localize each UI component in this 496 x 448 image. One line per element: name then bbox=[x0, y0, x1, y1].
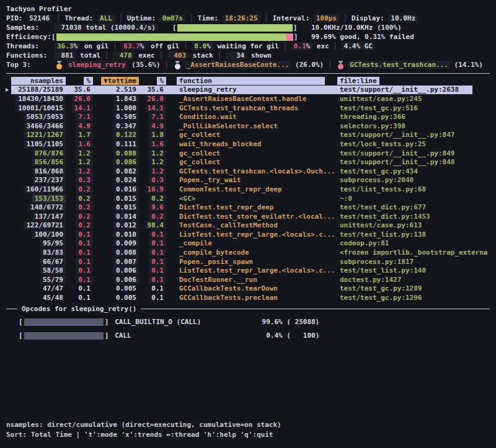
function-cell: GCCallbackTests.preclean bbox=[166, 294, 335, 302]
header-cumulative-percent[interactable]: % bbox=[139, 77, 166, 85]
direct-percent-cell: 35.6 bbox=[66, 86, 93, 94]
table-row[interactable]: 45/48 0.1 0.005 0.1 GCCallbackTests.prec… bbox=[11, 293, 496, 302]
cumulative-percent-cell: 0.1 bbox=[139, 231, 166, 239]
direct-percent-cell: 0.1 bbox=[66, 284, 93, 292]
table-row[interactable]: 148/6772 0.2 0.015 9.6 DictTest.test_rep… bbox=[11, 203, 496, 212]
table-row[interactable]: 10001/10015 14.1 1.000 14.1 GCTests.test… bbox=[11, 103, 496, 113]
table-row[interactable]: 153/153 0.2 0.015 0.2 <GC> ~:0 bbox=[11, 194, 496, 203]
nsamples-cell: 83/83 bbox=[11, 248, 66, 257]
table-row[interactable]: 100/100 0.1 0.010 0.1 ListTest.test_repr… bbox=[11, 230, 496, 239]
table-row[interactable]: 47/47 0.1 0.005 0.1 GCCallbackTests.tear… bbox=[11, 284, 496, 294]
table-row[interactable]: 18430/18430 26.0 1.843 26.0 _AssertRaise… bbox=[11, 94, 496, 103]
function-cell: gc_collect bbox=[166, 149, 335, 157]
nsamples-cell: 148/6772 bbox=[11, 203, 66, 211]
footer-keybindings: Sort: Total Time | 't':mode 'x':trends ↔… bbox=[6, 430, 496, 440]
header-file-line[interactable]: file:line bbox=[335, 77, 489, 85]
file-line-cell: test/test_gc.py:1296 bbox=[335, 294, 489, 302]
gc-value: 4.4% GC bbox=[342, 42, 375, 50]
cumulative-percent-cell: 4.9 bbox=[139, 122, 166, 130]
opcodes-section-header: Opcodes for sleeping_retry() bbox=[6, 304, 496, 314]
bracket-close: ] bbox=[105, 332, 109, 340]
table-row[interactable]: 1221/1267 1.7 0.122 1.8 gc_collect test/… bbox=[11, 131, 496, 140]
function-cell: <GC> bbox=[166, 195, 335, 203]
function-cell: _PollLikeSelector.select bbox=[166, 122, 335, 130]
table-row[interactable]: 58/58 0.1 0.006 0.1 ListTest.test_repr_l… bbox=[11, 266, 496, 275]
status-bar: PID: 52146 │ Thread: ALL │ Uptime: 0m07s… bbox=[6, 14, 496, 23]
samples-total: 71038 total (10000.4/s) bbox=[55, 24, 158, 32]
header-nsamples[interactable]: nsamples bbox=[11, 77, 66, 85]
nsamples-cell: 100/100 bbox=[11, 231, 66, 239]
bracket-close: ] bbox=[293, 24, 298, 32]
efficiency-good-fill bbox=[56, 33, 286, 41]
file-line-cell: test/test_dict.py:677 bbox=[335, 203, 489, 211]
direct-percent-cell: 1.2 bbox=[66, 158, 93, 166]
cumulative-percent-cell: 0.1 bbox=[139, 284, 166, 292]
table-row[interactable]: 5053/5053 7.1 0.505 7.1 Condition.wait t… bbox=[11, 112, 496, 121]
direct-percent-cell: 0.1 bbox=[66, 231, 93, 239]
nsamples-cell: 95/95 bbox=[11, 239, 66, 247]
tottime-cell: 0.024 bbox=[93, 176, 139, 184]
table-row[interactable]: 25188/25189 35.6 2.519 35.6 sleeping_ret… bbox=[11, 86, 472, 95]
bracket-open: [ bbox=[19, 318, 23, 326]
table-row[interactable]: 856/856 1.2 0.086 1.2 gc_collect test/su… bbox=[11, 157, 496, 167]
table-row[interactable]: 237/237 0.3 0.024 0.3 Popen._try_wait su… bbox=[11, 176, 496, 185]
tottime-cell: 0.005 bbox=[93, 294, 139, 302]
nsamples-cell: 18430/18430 bbox=[11, 95, 66, 103]
cumulative-percent-cell: 7.1 bbox=[139, 113, 166, 121]
opcode-name: CALL bbox=[115, 332, 260, 340]
table-top-divider bbox=[6, 73, 490, 74]
table-row[interactable]: 122/69721 0.2 0.012 98.4 TestCase._callT… bbox=[11, 221, 496, 231]
nsamples-cell: 66/67 bbox=[11, 258, 66, 266]
top2-function[interactable]: _AssertRaisesBaseConte... bbox=[185, 61, 291, 69]
table-row[interactable]: 95/95 0.1 0.009 0.1 _compile codeop.py:8… bbox=[11, 239, 496, 248]
header-direct-percent[interactable]: % bbox=[66, 77, 93, 85]
table-row[interactable]: 55/79 0.1 0.006 0.1 DocTestRunner.__run … bbox=[11, 275, 496, 284]
top3-function[interactable]: GCTests.test_trashcan... bbox=[348, 61, 450, 69]
table-row[interactable]: 816/868 1.2 0.082 1.2 GCTests.test_trash… bbox=[11, 167, 496, 176]
table-row[interactable]: 137/147 0.2 0.014 0.2 DictTest.test_stor… bbox=[11, 212, 496, 221]
bracket-open: [ bbox=[172, 24, 177, 32]
table-row[interactable]: 160/11966 0.2 0.016 16.9 CommonTest.test… bbox=[11, 185, 496, 194]
bronze-medal-icon bbox=[337, 61, 344, 69]
footer-legend: nsamples: direct/cumulative (direct=exec… bbox=[6, 420, 496, 430]
off-gil-suffix: off gil bbox=[146, 42, 179, 50]
tottime-cell: 1.000 bbox=[93, 104, 139, 112]
file-line-cell: test/lock_tests.py:25 bbox=[335, 140, 489, 148]
cumulative-percent-cell: 26.0 bbox=[139, 95, 166, 103]
table-header-row: nsamples % ▼tottime % function file:line bbox=[11, 76, 496, 86]
cumulative-percent-cell: 1.2 bbox=[139, 158, 166, 166]
thread-value[interactable]: ALL bbox=[97, 14, 115, 22]
bracket-close: ] bbox=[105, 318, 109, 326]
cumulative-percent-cell: 1.6 bbox=[139, 140, 166, 148]
tottime-cell: 0.088 bbox=[93, 149, 139, 157]
direct-percent-cell: 1.2 bbox=[66, 167, 93, 175]
table-row[interactable]: 66/67 0.1 0.007 0.1 Popen._posix_spawn s… bbox=[11, 257, 496, 266]
direct-percent-cell: 0.3 bbox=[66, 176, 93, 184]
functions-total: 881 bbox=[55, 51, 76, 59]
time-label: Time: bbox=[198, 14, 223, 22]
cumulative-percent-cell: 0.2 bbox=[139, 195, 166, 203]
cumulative-percent-cell: 98.4 bbox=[139, 221, 166, 229]
function-cell: _AssertRaisesBaseContext.handle bbox=[166, 95, 335, 103]
opcodes-rule-left bbox=[6, 309, 17, 309]
top1-function[interactable]: sleeping_retry bbox=[66, 61, 128, 69]
table-row[interactable]: 876/876 1.2 0.088 1.2 gc_collect test/su… bbox=[11, 149, 496, 158]
header-tottime-sorted[interactable]: ▼tottime bbox=[93, 77, 139, 85]
nsamples-cell: 237/237 bbox=[11, 176, 66, 184]
functions-stack-suffix: stack bbox=[188, 51, 213, 59]
table-row[interactable]: 1105/1105 1.6 0.111 1.6 wait_threads_blo… bbox=[11, 139, 496, 149]
cumulative-percent-cell: 0.3 bbox=[139, 176, 166, 184]
thread-label: Thread: bbox=[64, 14, 97, 22]
table-row[interactable]: 83/83 0.1 0.008 0.1 _compile_bytecode <f… bbox=[11, 248, 496, 257]
tottime-cell: 0.082 bbox=[93, 167, 139, 175]
table-row[interactable]: 3466/3466 4.9 0.347 4.9 _PollLikeSelecto… bbox=[11, 121, 496, 131]
opcode-name: CALL_BUILTIN_O (CALL) bbox=[115, 318, 260, 326]
efficiency-bar: [ ] bbox=[51, 33, 298, 41]
functions-shown: 34 bbox=[226, 51, 247, 59]
file-line-cell: test/support/__init__.py:849 bbox=[335, 149, 489, 157]
nsamples-cell: 122/69721 bbox=[11, 221, 66, 229]
separator: │ bbox=[100, 51, 113, 59]
header-function[interactable]: function bbox=[166, 77, 335, 85]
functions-stack: 403 bbox=[167, 51, 189, 59]
function-cell: Condition.wait bbox=[166, 113, 335, 121]
